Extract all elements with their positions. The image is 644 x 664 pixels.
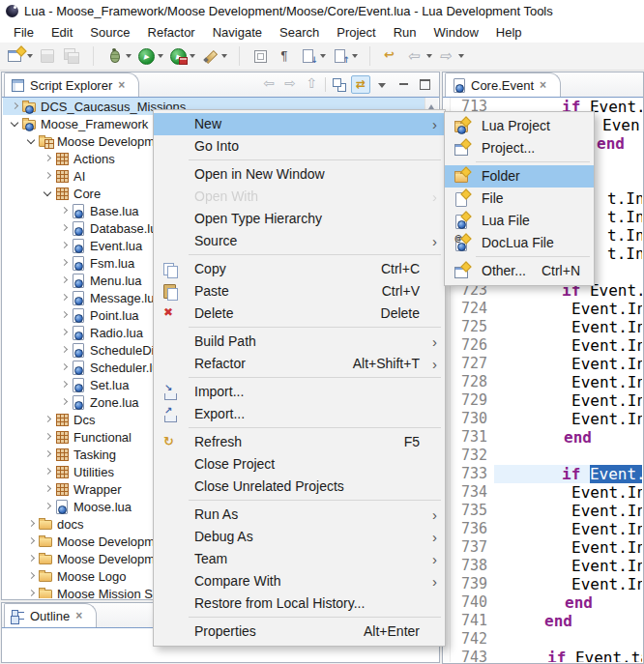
code-line-740[interactable]: end	[494, 593, 642, 612]
context-menu-item-copy[interactable]: CopyCtrl+C	[154, 258, 445, 280]
view-menu-icon[interactable]	[372, 75, 392, 94]
submenu-item-doclua-file[interactable]: DocLua File	[445, 232, 594, 254]
context-menu-item-new[interactable]: New›	[154, 113, 445, 135]
chevron-collapsed-icon[interactable]	[58, 393, 71, 411]
chevron-collapsed-icon[interactable]	[58, 289, 71, 306]
context-menu-item-debug-as[interactable]: Debug As›	[154, 526, 445, 548]
code-line-732[interactable]	[494, 447, 642, 465]
prev-annotation-button[interactable]	[330, 46, 360, 66]
code-line-739[interactable]: Event.Ini	[494, 575, 642, 593]
context-menu-item-refactor[interactable]: RefactorAlt+Shift+T›	[154, 353, 445, 375]
context-menu-item-paste[interactable]: PasteCtrl+V	[154, 280, 445, 303]
context-menu-item-go-into[interactable]: Go Into	[154, 135, 445, 158]
chevron-expanded-icon[interactable]	[9, 115, 21, 132]
dropdown-caret-icon[interactable]	[190, 54, 195, 61]
tab-script-explorer[interactable]: Script Explorer ×	[4, 72, 139, 97]
run-button[interactable]	[135, 46, 165, 66]
code-line-735[interactable]: Event.Ini	[494, 502, 642, 520]
context-menu-item-restore-from-local-history[interactable]: Restore from Local History...	[154, 592, 445, 615]
chevron-collapsed-icon[interactable]	[25, 585, 38, 598]
context-menu-item-close-unrelated-projects[interactable]: Close Unrelated Projects	[154, 476, 445, 498]
code-line-741[interactable]: end	[494, 612, 642, 630]
chevron-collapsed-icon[interactable]	[58, 219, 71, 237]
chevron-collapsed-icon[interactable]	[25, 550, 38, 567]
context-menu-item-refresh[interactable]: RefreshF5	[154, 431, 445, 453]
next-annotation-button[interactable]	[298, 46, 328, 66]
menu-run[interactable]: Run	[386, 23, 424, 42]
chevron-collapsed-icon[interactable]	[42, 150, 54, 167]
chevron-expanded-icon[interactable]	[25, 132, 38, 150]
new-wizard-button[interactable]	[5, 46, 35, 66]
menu-edit[interactable]: Edit	[44, 23, 80, 42]
dropdown-caret-icon[interactable]	[126, 54, 132, 61]
context-menu-item-delete[interactable]: DeleteDelete	[154, 303, 445, 325]
code-line-738[interactable]: Event.Ini	[494, 557, 642, 575]
chevron-collapsed-icon[interactable]	[58, 272, 71, 289]
external-tools-button[interactable]	[199, 46, 229, 66]
dropdown-caret-icon[interactable]	[158, 54, 163, 61]
chevron-collapsed-icon[interactable]	[42, 411, 54, 428]
context-menu-item-open-type-hierarchy[interactable]: Open Type Hierarchy	[154, 208, 445, 230]
menu-search[interactable]: Search	[272, 23, 327, 42]
menu-navigate[interactable]: Navigate	[205, 23, 270, 42]
code-line-742[interactable]	[494, 630, 642, 649]
chevron-collapsed-icon[interactable]	[42, 167, 54, 185]
dropdown-caret-icon[interactable]	[27, 54, 33, 61]
chevron-collapsed-icon[interactable]	[25, 567, 38, 585]
chevron-collapsed-icon[interactable]	[42, 446, 54, 463]
context-menu-item-export[interactable]: Export...	[154, 403, 445, 425]
back-button[interactable]	[404, 46, 434, 66]
chevron-collapsed-icon[interactable]	[58, 202, 71, 219]
minimize-icon[interactable]	[394, 75, 413, 94]
code-line-736[interactable]: Event.Ini	[494, 520, 642, 538]
scroll-up-icon[interactable]	[428, 101, 434, 109]
chevron-collapsed-icon[interactable]	[42, 498, 54, 515]
submenu-item-folder[interactable]: Folder	[445, 165, 594, 188]
chevron-collapsed-icon[interactable]	[58, 341, 71, 359]
context-menu-item-compare-with[interactable]: Compare With›	[154, 570, 445, 592]
dropdown-caret-icon[interactable]	[352, 54, 358, 61]
code-line-728[interactable]: Event.Ini	[494, 373, 642, 391]
code-line-724[interactable]: Event.Ini	[494, 300, 642, 318]
chevron-collapsed-icon[interactable]	[9, 98, 21, 115]
up-icon[interactable]	[302, 75, 321, 94]
code-line-727[interactable]: Event.Ini	[494, 355, 642, 373]
context-menu-item-build-path[interactable]: Build Path›	[154, 331, 445, 353]
run-coverage-button[interactable]	[167, 46, 197, 66]
dropdown-caret-icon[interactable]	[320, 54, 326, 61]
mark-occurrences-button[interactable]	[249, 46, 272, 66]
close-icon[interactable]: ×	[118, 78, 125, 92]
menu-file[interactable]: File	[6, 23, 42, 42]
chevron-collapsed-icon[interactable]	[58, 359, 71, 376]
menu-refactor[interactable]: Refactor	[140, 23, 203, 42]
debug-button[interactable]	[103, 46, 133, 66]
link-with-editor-icon[interactable]	[351, 75, 370, 94]
close-icon[interactable]: ×	[75, 609, 82, 622]
chevron-collapsed-icon[interactable]	[42, 428, 54, 446]
show-whitespace-button[interactable]	[274, 46, 296, 66]
close-icon[interactable]: ×	[540, 78, 546, 92]
context-menu-item-team[interactable]: Team›	[154, 548, 445, 570]
chevron-collapsed-icon[interactable]	[58, 254, 71, 272]
context-menu-item-close-project[interactable]: Close Project	[154, 453, 445, 476]
tab-outline[interactable]: Outline ×	[4, 603, 97, 627]
context-menu-item-properties[interactable]: PropertiesAlt+Enter	[154, 621, 445, 643]
chevron-collapsed-icon[interactable]	[58, 376, 71, 393]
back-icon[interactable]	[259, 75, 278, 94]
code-line-726[interactable]: Event.Ini	[494, 336, 642, 355]
code-line-729[interactable]: Event.Ini	[494, 391, 642, 410]
chevron-collapsed-icon[interactable]	[42, 463, 54, 480]
chevron-collapsed-icon[interactable]	[25, 533, 38, 550]
menu-project[interactable]: Project	[329, 23, 383, 42]
context-menu-item-open-in-new-window[interactable]: Open in New Window	[154, 163, 445, 186]
context-menu-item-run-as[interactable]: Run As›	[154, 504, 445, 526]
submenu-item-file[interactable]: File	[445, 188, 594, 210]
code-line-737[interactable]: Event.Ini	[494, 538, 642, 557]
dropdown-caret-icon[interactable]	[426, 54, 432, 61]
dropdown-caret-icon[interactable]	[221, 54, 227, 61]
code-line-734[interactable]: Event.Ini	[494, 483, 642, 502]
chevron-collapsed-icon[interactable]	[42, 480, 54, 498]
submenu-item-other[interactable]: Other...Ctrl+N	[445, 260, 594, 282]
collapse-all-icon[interactable]	[330, 75, 349, 94]
code-line-743[interactable]: if Event.tar	[494, 649, 642, 662]
